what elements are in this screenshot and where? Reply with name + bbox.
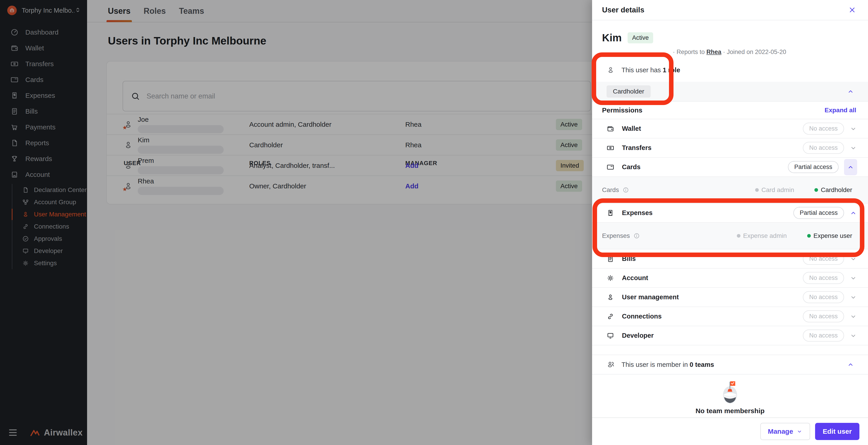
- panel-user-block: Kim Active: [592, 20, 868, 46]
- chevron-down-icon[interactable]: [849, 332, 857, 340]
- panel-user-name: Kim: [602, 32, 622, 44]
- permission-label: Transfers: [622, 144, 803, 151]
- chevron-down-icon[interactable]: [849, 313, 857, 320]
- user-details-panel: User details Kim Active · Reports to Rhe…: [592, 0, 868, 445]
- teams-summary-row[interactable]: This user is member in 0 teams: [592, 355, 868, 375]
- access-level-pill: No access: [803, 142, 844, 154]
- panel-user-status-badge: Active: [628, 32, 653, 43]
- teams-empty-state: No team membership: [592, 375, 868, 417]
- permission-option-cardholder[interactable]: Cardholder: [814, 186, 852, 194]
- info-icon[interactable]: [623, 187, 629, 193]
- gear-icon: [607, 274, 614, 282]
- panel-title: User details: [602, 6, 644, 14]
- access-level-pill: Partial access: [788, 161, 839, 173]
- chevron-down-icon: [796, 428, 803, 435]
- permission-sub-row-expenses: Expenses Expense admin Expense user: [592, 223, 868, 249]
- sub-permission-label: Cards: [602, 186, 629, 194]
- manage-button[interactable]: Manage: [761, 423, 810, 440]
- permission-label: Connections: [622, 313, 803, 320]
- permission-row-bills[interactable]: Bills No access: [592, 249, 868, 269]
- permission-row-expenses[interactable]: Expenses Partial access: [592, 204, 868, 223]
- credit-card-icon: [607, 163, 614, 171]
- team-icon: [607, 360, 615, 369]
- permission-label: Bills: [622, 255, 803, 263]
- permission-sub-row-cards: Cards Card admin Cardholder: [592, 177, 868, 204]
- no-team-membership-text: No team membership: [695, 407, 765, 415]
- meta-dot: ·: [673, 48, 677, 56]
- permissions-title: Permissions: [602, 106, 642, 114]
- permission-label: Expenses: [622, 209, 794, 217]
- access-level-pill: No access: [803, 330, 844, 342]
- permission-row-account[interactable]: Account No access: [592, 269, 868, 288]
- chevron-up-icon[interactable]: [844, 159, 857, 175]
- permission-label: Wallet: [622, 125, 803, 132]
- modal-dim-overlay: [0, 0, 592, 445]
- permission-row-developer[interactable]: Developer No access: [592, 326, 868, 345]
- permission-row-wallet[interactable]: Wallet No access: [592, 119, 868, 138]
- option-dot: [737, 234, 740, 238]
- roles-summary-text: This user has 1 role: [621, 66, 680, 74]
- chevron-up-icon[interactable]: [847, 88, 855, 95]
- sub-permission-label: Expenses: [602, 232, 640, 239]
- chevron-down-icon[interactable]: [849, 144, 857, 152]
- receipt-icon: [607, 209, 614, 217]
- permissions-header: Permissions Expand all: [592, 102, 868, 119]
- permission-option-expense-admin[interactable]: Expense admin: [737, 232, 787, 239]
- access-level-pill: No access: [803, 123, 844, 135]
- close-icon[interactable]: [848, 6, 856, 14]
- permission-label: User management: [622, 294, 803, 301]
- document-icon: [607, 255, 614, 263]
- option-dot: [814, 188, 818, 192]
- option-dot: [755, 188, 759, 192]
- edit-user-button[interactable]: Edit user: [815, 423, 859, 440]
- permission-option-card-admin[interactable]: Card admin: [755, 186, 794, 194]
- access-level-pill: No access: [803, 291, 844, 303]
- panel-header: User details: [592, 0, 868, 20]
- person-icon: [607, 66, 615, 74]
- banknote-icon: [607, 144, 614, 152]
- reports-to-link[interactable]: Rhea: [707, 48, 721, 56]
- access-level-pill: No access: [803, 310, 844, 322]
- access-level-pill: Partial access: [794, 207, 844, 219]
- chevron-down-icon[interactable]: [849, 294, 857, 301]
- panel-user-meta: · Reports to Rhea · Joined on 2022-05-20: [592, 46, 868, 58]
- teams-summary-text: This user is member in 0 teams: [621, 361, 847, 369]
- permission-row-transfers[interactable]: Transfers No access: [592, 138, 868, 158]
- chevron-up-icon[interactable]: [849, 209, 857, 217]
- chevron-down-icon[interactable]: [849, 255, 857, 263]
- reports-to-label: Reports to: [677, 48, 707, 56]
- monitor-icon: [607, 332, 614, 340]
- access-level-pill: No access: [803, 253, 844, 265]
- expand-all-link[interactable]: Expand all: [825, 107, 856, 114]
- chevron-up-icon[interactable]: [847, 361, 855, 369]
- permission-row-cards[interactable]: Cards Partial access: [592, 158, 868, 177]
- link-icon: [607, 313, 614, 320]
- joined-date-text: · Joined on 2022-05-20: [721, 48, 786, 56]
- info-icon[interactable]: [633, 233, 640, 239]
- roles-summary-row: This user has 1 role: [592, 58, 868, 82]
- chevron-down-icon[interactable]: [849, 125, 857, 133]
- panel-footer: Manage Edit user: [592, 417, 868, 445]
- permission-label: Account: [622, 274, 803, 282]
- role-chip-cardholder[interactable]: Cardholder: [607, 85, 651, 98]
- permission-row-user-management[interactable]: User management No access: [592, 288, 868, 307]
- no-teams-illustration-icon: [719, 379, 741, 405]
- permission-label: Cards: [622, 163, 788, 171]
- chevron-down-icon[interactable]: [849, 274, 857, 282]
- permission-option-expense-user[interactable]: Expense user: [807, 232, 852, 239]
- access-level-pill: No access: [803, 272, 844, 284]
- option-dot: [807, 234, 811, 238]
- roles-chip-row: Cardholder: [592, 82, 868, 102]
- app-screen: Torphy Inc Melbo... Dashboard Wallet Tra…: [0, 0, 868, 445]
- person-icon: [607, 294, 614, 301]
- permission-label: Developer: [622, 332, 803, 339]
- wallet-icon: [607, 125, 614, 133]
- permission-row-connections[interactable]: Connections No access: [592, 307, 868, 326]
